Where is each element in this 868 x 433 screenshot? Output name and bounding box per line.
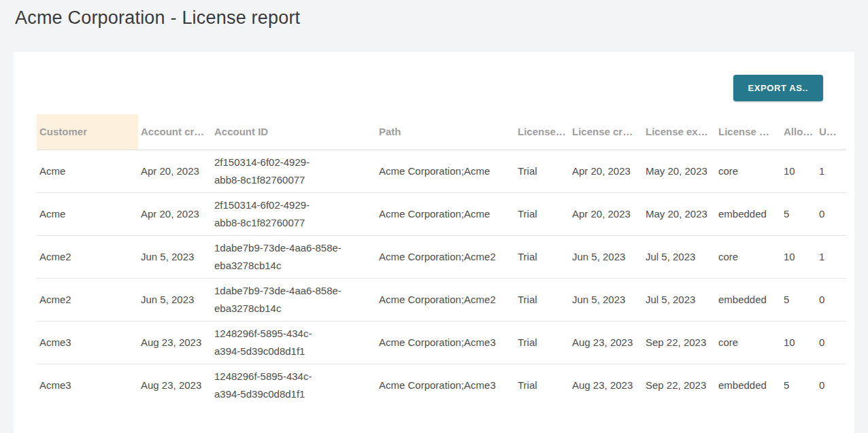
license-table: Customer Account cr… Account ID Path Lic…: [37, 114, 846, 406]
cell-allowed: 10: [781, 321, 816, 364]
cell-used: 0: [816, 364, 846, 406]
page-title: Acme Corporation - License report: [15, 7, 300, 29]
cell-account-id: 2f150314-6f02-4929-abb8-8c1f82760077: [212, 150, 376, 192]
column-header-customer[interactable]: Customer: [37, 114, 138, 150]
column-header-used[interactable]: U…: [816, 114, 846, 150]
table-row: Acme Apr 20, 2023 2f150314-6f02-4929-abb…: [37, 150, 846, 192]
cell-license-model: embedded: [716, 278, 781, 321]
cell-account-id: 1248296f-5895-434c-a394-5d39c0d8d1f1: [212, 321, 376, 364]
account-id-line: 2f150314-6f02-4929-: [214, 196, 372, 214]
cell-license-created: Aug 23, 2023: [569, 364, 643, 406]
cell-license-model: core: [716, 321, 781, 364]
column-header-license-type[interactable]: License…: [515, 114, 569, 150]
account-id-line: 1248296f-5895-434c-: [214, 325, 372, 343]
account-id-line: abb8-8c1f82760077: [214, 214, 372, 232]
cell-license-type: Trial: [515, 192, 569, 235]
cell-license-type: Trial: [515, 321, 569, 364]
table-header-row: Customer Account cr… Account ID Path Lic…: [37, 114, 846, 150]
cell-license-expiration: Jul 5, 2023: [643, 278, 716, 321]
table-row: Acme3 Aug 23, 2023 1248296f-5895-434c-a3…: [37, 321, 846, 364]
cell-license-type: Trial: [515, 278, 569, 321]
column-header-account-id[interactable]: Account ID: [212, 114, 376, 150]
column-header-account-created[interactable]: Account cr…: [138, 114, 212, 150]
cell-license-created: Jun 5, 2023: [569, 278, 643, 321]
table-row: Acme2 Jun 5, 2023 1dabe7b9-73de-4aa6-858…: [37, 235, 846, 278]
cell-license-expiration: May 20, 2023: [643, 150, 716, 192]
cell-allowed: 5: [781, 278, 816, 321]
cell-account-created: Jun 5, 2023: [138, 278, 212, 321]
cell-license-expiration: Sep 22, 2023: [643, 321, 716, 364]
account-id-line: abb8-8c1f82760077: [214, 171, 372, 189]
cell-customer: Acme: [37, 150, 138, 192]
cell-customer: Acme: [37, 192, 138, 235]
cell-account-created: Apr 20, 2023: [138, 192, 212, 235]
account-id-line: a394-5d39c0d8d1f1: [214, 385, 372, 403]
cell-account-created: Jun 5, 2023: [138, 235, 212, 278]
column-header-allowed[interactable]: Allo…: [781, 114, 816, 150]
cell-account-created: Aug 23, 2023: [138, 364, 212, 406]
cell-allowed: 10: [781, 235, 816, 278]
cell-account-id: 1dabe7b9-73de-4aa6-858e-eba3278cb14c: [212, 278, 376, 321]
column-header-license-created[interactable]: License cr…: [569, 114, 643, 150]
table-row: Acme3 Aug 23, 2023 1248296f-5895-434c-a3…: [37, 364, 846, 406]
cell-license-model: embedded: [716, 192, 781, 235]
cell-customer: Acme2: [37, 235, 138, 278]
cell-license-created: Apr 20, 2023: [569, 150, 643, 192]
cell-allowed: 5: [781, 364, 816, 406]
table-row: Acme2 Jun 5, 2023 1dabe7b9-73de-4aa6-858…: [37, 278, 846, 321]
cell-license-created: Jun 5, 2023: [569, 235, 643, 278]
account-id-line: 1dabe7b9-73de-4aa6-858e-: [214, 282, 372, 300]
cell-license-expiration: Jul 5, 2023: [643, 235, 716, 278]
cell-path: Acme Corporation;Acme: [376, 192, 515, 235]
cell-path: Acme Corporation;Acme3: [376, 364, 515, 406]
cell-customer: Acme3: [37, 321, 138, 364]
cell-license-type: Trial: [515, 150, 569, 192]
cell-license-expiration: May 20, 2023: [643, 192, 716, 235]
cell-allowed: 5: [781, 192, 816, 235]
cell-account-id: 1dabe7b9-73de-4aa6-858e-eba3278cb14c: [212, 235, 376, 278]
cell-path: Acme Corporation;Acme: [376, 150, 515, 192]
cell-path: Acme Corporation;Acme2: [376, 235, 515, 278]
cell-allowed: 10: [781, 150, 816, 192]
cell-account-id: 1248296f-5895-434c-a394-5d39c0d8d1f1: [212, 364, 376, 406]
cell-license-created: Aug 23, 2023: [569, 321, 643, 364]
account-id-line: 1248296f-5895-434c-: [214, 368, 372, 385]
cell-customer: Acme2: [37, 278, 138, 321]
cell-used: 0: [816, 321, 846, 364]
cell-used: 0: [816, 278, 846, 321]
column-header-license-expiration[interactable]: License ex…: [643, 114, 716, 150]
cell-used: 1: [816, 235, 846, 278]
cell-account-created: Apr 20, 2023: [138, 150, 212, 192]
cell-account-created: Aug 23, 2023: [138, 321, 212, 364]
report-card: EXPORT AS.. Customer Account cr… Account…: [14, 52, 854, 433]
column-header-license-model[interactable]: License …: [716, 114, 781, 150]
account-id-line: eba3278cb14c: [214, 300, 372, 317]
cell-customer: Acme3: [37, 364, 138, 406]
account-id-line: 1dabe7b9-73de-4aa6-858e-: [214, 239, 372, 257]
cell-license-model: embedded: [716, 364, 781, 406]
cell-account-id: 2f150314-6f02-4929-abb8-8c1f82760077: [212, 192, 376, 235]
cell-license-model: core: [716, 150, 781, 192]
cell-license-type: Trial: [515, 235, 569, 278]
cell-license-expiration: Sep 22, 2023: [643, 364, 716, 406]
cell-path: Acme Corporation;Acme2: [376, 278, 515, 321]
cell-license-type: Trial: [515, 364, 569, 406]
column-header-path[interactable]: Path: [376, 114, 515, 150]
cell-path: Acme Corporation;Acme3: [376, 321, 515, 364]
cell-used: 1: [816, 150, 846, 192]
cell-license-created: Apr 20, 2023: [569, 192, 643, 235]
account-id-line: eba3278cb14c: [214, 257, 372, 275]
account-id-line: a394-5d39c0d8d1f1: [214, 343, 372, 360]
table-row: Acme Apr 20, 2023 2f150314-6f02-4929-abb…: [37, 192, 846, 235]
export-as-button[interactable]: EXPORT AS..: [733, 75, 823, 101]
account-id-line: 2f150314-6f02-4929-: [214, 154, 372, 171]
cell-used: 0: [816, 192, 846, 235]
cell-license-model: core: [716, 235, 781, 278]
